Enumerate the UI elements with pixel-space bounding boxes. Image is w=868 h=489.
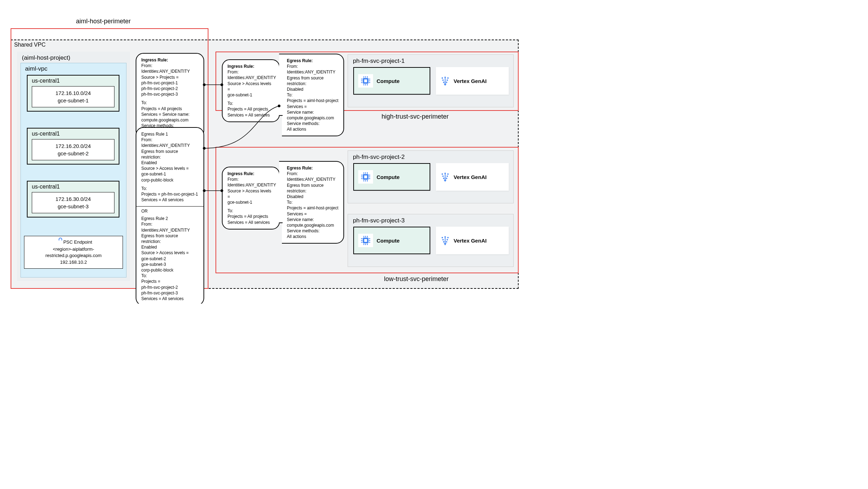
svg-point-4: [447, 79, 448, 81]
svg-point-2: [447, 77, 449, 79]
host-egress2-body: From:Identities:ANY_IDENTITYEgress from …: [141, 221, 199, 302]
svc-project-2-title: ph-fm-svc-project-2: [353, 154, 405, 161]
svg-point-5: [443, 82, 444, 83]
shared-vpc-title: Shared VPC: [14, 42, 46, 48]
subnet-3-region: us-central1: [32, 184, 114, 190]
high-ingress-body: From:Identities:ANY_IDENTITYSource > Acc…: [228, 69, 274, 118]
host-egress-or-label: OR: [136, 206, 203, 214]
vertex-ai-icon: [440, 76, 450, 86]
low-ingress-body: From:Identities:ANY_IDENTITYSource > Acc…: [228, 177, 274, 225]
high-trust-perimeter-label: high-trust-svc-perimeter: [382, 113, 449, 120]
svc-project-3-compute: Compute: [353, 227, 430, 254]
svg-point-19: [442, 239, 444, 240]
svc-project-1-compute-label: Compute: [377, 78, 400, 84]
aiml-host-perimeter-label: aiml-host-perimeter: [76, 18, 131, 25]
host-egress-rules: Egress Rule 1 From:Identities:ANY_IDENTI…: [136, 127, 204, 304]
svg-marker-7: [444, 84, 447, 86]
svg-point-10: [447, 173, 449, 175]
host-egress1-title: Egress Rule 1: [141, 131, 199, 137]
svc-project-3-title: ph-fm-svc-project-3: [353, 217, 405, 224]
svg-point-3: [442, 79, 444, 81]
svg-point-20: [447, 239, 448, 240]
svg-point-11: [442, 175, 444, 177]
high-trust-egress-rule: Egress Rule: From:Identities:ANY_IDENTIT…: [282, 54, 344, 136]
subnet-3-cidr: 172.16.30.0/24: [37, 195, 109, 203]
svg-point-22: [446, 241, 447, 243]
svg-marker-23: [444, 243, 447, 245]
subnet-3: us-central1 172.16.30.0/24 gce-subnet-3: [27, 181, 119, 217]
svc-project-1-title: ph-fm-svc-project-1: [353, 58, 405, 65]
subnet-2-name: gce-subnet-2: [37, 150, 109, 157]
subnet-1-details: 172.16.10.0/24 gce-subnet-1: [32, 86, 114, 107]
low-ingress-title: Ingress Rule:: [228, 171, 274, 177]
subnet-3-details: 172.16.30.0/24 gce-subnet-3: [32, 192, 114, 213]
psc-endpoint-box: PSC Endpoint <region>-aiplatform-restric…: [24, 236, 123, 269]
aiml-host-project-title: (aiml-host-project): [22, 54, 70, 61]
aiml-vpc-title: aiml-vpc: [25, 65, 47, 72]
host-ingress-rule: Ingress Rule: From:Identities:ANY_IDENTI…: [136, 53, 204, 138]
svc-project-2-compute: Compute: [353, 163, 430, 191]
svg-point-16: [442, 237, 443, 238]
low-trust-ingress-rule: Ingress Rule: From:Identities:ANY_IDENTI…: [222, 167, 280, 229]
low-trust-perimeter-label: low-trust-svc-perimeter: [384, 275, 449, 283]
compute-engine-icon: [361, 236, 370, 245]
high-egress-title: Egress Rule:: [287, 58, 338, 64]
subnet-1: us-central1 172.16.10.0/24 gce-subnet-1: [27, 75, 119, 112]
svc-project-2-vertex-label: Vertex GenAI: [454, 174, 486, 180]
svg-point-18: [447, 237, 449, 238]
svg-point-8: [442, 173, 443, 175]
vertex-ai-icon: [440, 235, 450, 245]
architecture-diagram: aiml-host-perimeter Shared VPC high-trus…: [7, 7, 530, 297]
low-egress-title: Egress Rule:: [287, 165, 338, 171]
subnet-2-details: 172.16.20.0/24 gce-subnet-2: [32, 139, 114, 160]
svc-project-3-vertex: Vertex GenAI: [436, 227, 509, 254]
low-rule-join: [279, 161, 283, 223]
svc-project-1-compute: Compute: [353, 67, 430, 95]
subnet-3-name: gce-subnet-3: [37, 203, 109, 210]
svc-project-2-vertex: Vertex GenAI: [436, 163, 509, 191]
subnet-2: us-central1 172.16.20.0/24 gce-subnet-2: [27, 128, 119, 165]
host-egress1-body: From:Identities:ANY_IDENTITYEgress from …: [141, 137, 199, 203]
psc-endpoint-host: <region>-aiplatform-restricted.p.googlea…: [26, 246, 120, 259]
high-rule-join: [279, 54, 283, 116]
compute-engine-icon: [361, 172, 370, 181]
svc-project-3-compute-label: Compute: [377, 238, 400, 244]
psc-endpoint-ip: 192.168.10.2: [26, 259, 120, 266]
svg-marker-15: [444, 180, 447, 182]
svg-point-0: [442, 77, 443, 79]
compute-engine-icon: [361, 76, 370, 85]
high-ingress-title: Ingress Rule:: [228, 64, 274, 69]
svc-project-1-vertex-label: Vertex GenAI: [454, 78, 486, 84]
svc-project-3-vertex-label: Vertex GenAI: [454, 238, 486, 244]
svc-project-1-vertex: Vertex GenAI: [436, 67, 509, 95]
low-egress-body: From:Identities:ANY_IDENTITYEgress from …: [287, 171, 338, 239]
svg-point-6: [446, 82, 447, 83]
subnet-2-region: us-central1: [32, 131, 114, 137]
psc-endpoint-title: PSC Endpoint: [63, 239, 92, 245]
subnet-2-cidr: 172.16.20.0/24: [37, 142, 109, 150]
host-ingress-body: From:Identities:ANY_IDENTITYSource > Pro…: [141, 63, 199, 134]
subnet-1-cidr: 172.16.10.0/24: [37, 89, 109, 97]
host-ingress-title: Ingress Rule:: [141, 57, 199, 63]
subnet-1-name: gce-subnet-1: [37, 97, 109, 104]
high-trust-ingress-rule: Ingress Rule: From:Identities:ANY_IDENTI…: [222, 59, 280, 122]
svg-point-12: [447, 175, 448, 177]
subnet-1-region: us-central1: [32, 78, 114, 84]
vertex-ai-icon: [440, 172, 450, 182]
host-egress2-title: Egress Rule 2: [141, 216, 199, 221]
high-egress-body: From:Identities:ANY_IDENTITYEgress from …: [287, 64, 338, 132]
low-trust-egress-rule: Egress Rule: From:Identities:ANY_IDENTIT…: [282, 161, 344, 244]
svg-point-13: [443, 178, 444, 179]
svg-point-14: [446, 178, 447, 179]
svg-point-21: [443, 241, 444, 243]
svc-project-2-compute-label: Compute: [377, 174, 400, 180]
